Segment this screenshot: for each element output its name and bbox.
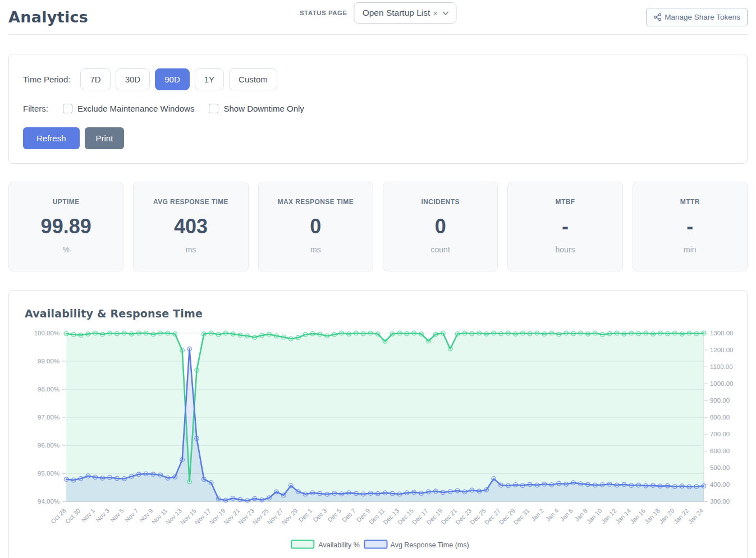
svg-text:94.00%: 94.00% [38, 498, 59, 505]
svg-text:1000.00: 1000.00 [710, 380, 734, 387]
period-button-30d[interactable]: 30D [116, 68, 150, 90]
period-button-custom[interactable]: Custom [229, 68, 277, 90]
svg-text:96.00%: 96.00% [38, 442, 59, 449]
stat-value: 403 [139, 215, 242, 238]
svg-text:Jan 20: Jan 20 [658, 507, 676, 525]
stat-card-avg-response: AVG RESPONSE TIME 403 ms [133, 182, 248, 271]
svg-text:Dec 5: Dec 5 [326, 507, 342, 523]
svg-text:1300.00: 1300.00 [710, 330, 734, 336]
svg-text:Jan 14: Jan 14 [614, 507, 632, 525]
stat-unit: ms [264, 245, 367, 254]
svg-text:Nov 1: Nov 1 [80, 507, 96, 523]
stat-unit: min [639, 245, 741, 254]
svg-text:100.00%: 100.00% [34, 330, 59, 336]
stat-value: - [639, 215, 741, 238]
svg-text:900.00: 900.00 [710, 397, 730, 404]
svg-text:Jan 6: Jan 6 [558, 507, 574, 523]
svg-text:700.00: 700.00 [710, 431, 730, 437]
svg-text:Availability %: Availability % [318, 541, 359, 549]
stat-label: MTBF [514, 198, 616, 206]
svg-text:Nov 7: Nov 7 [123, 507, 140, 523]
stat-unit: % [15, 245, 117, 254]
svg-text:Dec 1: Dec 1 [297, 507, 314, 523]
status-page-label: STATUS PAGE [300, 10, 347, 16]
period-button-1y[interactable]: 1Y [195, 68, 224, 90]
stat-card-mttr: MTTR - min [633, 182, 748, 271]
svg-text:300.00: 300.00 [710, 498, 730, 505]
svg-text:Avg Response Time (ms): Avg Response Time (ms) [391, 541, 469, 549]
svg-text:800.00: 800.00 [710, 414, 730, 421]
stat-label: UPTIME [15, 198, 117, 206]
action-row: Refresh Print [23, 127, 733, 149]
stat-value: 0 [389, 215, 492, 238]
time-period-label: Time Period: [23, 75, 70, 84]
svg-text:Oct 28: Oct 28 [49, 507, 67, 524]
svg-text:99.00%: 99.00% [38, 358, 59, 365]
svg-text:Nov 3: Nov 3 [94, 507, 111, 523]
svg-text:Jan 16: Jan 16 [629, 507, 647, 525]
svg-text:95.00%: 95.00% [38, 470, 59, 477]
stat-card-incidents: INCIDENTS 0 count [383, 182, 498, 271]
stat-label: INCIDENTS [389, 198, 492, 206]
availability-response-chart: 94.00%95.00%96.00%97.00%98.00%99.00%100.… [17, 325, 739, 555]
refresh-button[interactable]: Refresh [23, 127, 80, 149]
svg-text:98.00%: 98.00% [38, 386, 59, 393]
stat-unit: hours [514, 245, 616, 254]
svg-text:Jan 24: Jan 24 [686, 507, 704, 525]
stat-cards: UPTIME 99.89 % AVG RESPONSE TIME 403 ms … [8, 182, 748, 271]
stat-unit: count [389, 245, 492, 254]
svg-text:Nov 5: Nov 5 [109, 507, 125, 523]
chevron-down-icon [442, 10, 449, 17]
exclude-maintenance-checkbox[interactable] [63, 104, 72, 113]
chart-title: Availability & Response Time [25, 307, 739, 320]
page-title: Analytics [8, 8, 88, 26]
stat-label: MAX RESPONSE TIME [264, 198, 367, 206]
svg-text:Jan 22: Jan 22 [672, 507, 690, 525]
stat-card-mtbf: MTBF - hours [507, 182, 622, 271]
show-downtime-checkbox[interactable] [209, 104, 218, 113]
exclude-maintenance-checkbox-label[interactable]: Exclude Maintenance Windows [63, 104, 194, 113]
svg-text:1200.00: 1200.00 [710, 347, 734, 353]
stat-card-uptime: UPTIME 99.89 % [8, 182, 123, 271]
svg-text:1100.00: 1100.00 [710, 363, 733, 370]
manage-share-tokens-button[interactable]: Manage Share Tokens [646, 8, 748, 26]
print-button[interactable]: Print [85, 127, 125, 149]
svg-text:Dec 7: Dec 7 [341, 507, 357, 523]
filters-label: Filters: [23, 104, 48, 113]
status-page-select[interactable]: Open Startup List × [354, 2, 456, 24]
stat-label: MTTR [639, 198, 741, 206]
status-page-selected-value: Open Startup List [363, 8, 430, 18]
svg-text:Jan 2: Jan 2 [530, 507, 546, 523]
filters-row: Filters: Exclude Maintenance Windows Sho… [23, 104, 733, 113]
stat-value: 99.89 [15, 215, 117, 238]
show-downtime-checkbox-label[interactable]: Show Downtime Only [209, 104, 304, 113]
svg-text:600.00: 600.00 [710, 448, 730, 454]
svg-text:Jan 10: Jan 10 [585, 507, 603, 525]
svg-text:Jan 12: Jan 12 [600, 507, 618, 525]
chart-panel: Availability & Response Time 94.00%95.00… [8, 290, 748, 558]
svg-text:Oct 30: Oct 30 [64, 507, 81, 524]
svg-text:400.00: 400.00 [710, 481, 730, 488]
share-icon [653, 13, 662, 21]
clear-icon[interactable]: × [432, 9, 438, 17]
stat-label: AVG RESPONSE TIME [139, 198, 242, 206]
time-period-row: Time Period: 7D 30D 90D 1Y Custom [23, 68, 733, 90]
stat-value: 0 [264, 215, 367, 238]
stat-card-max-response: MAX RESPONSE TIME 0 ms [258, 182, 373, 271]
period-buttons: 7D 30D 90D 1Y Custom [80, 68, 277, 90]
svg-text:Jan 4: Jan 4 [544, 507, 560, 523]
period-button-90d[interactable]: 90D [155, 68, 190, 90]
svg-text:Dec 3: Dec 3 [311, 507, 328, 523]
svg-text:Dec 31: Dec 31 [512, 507, 530, 525]
stat-unit: ms [139, 245, 242, 254]
svg-text:97.00%: 97.00% [38, 414, 59, 421]
svg-text:Nov 29: Nov 29 [280, 507, 299, 525]
svg-text:500.00: 500.00 [710, 464, 730, 471]
period-button-7d[interactable]: 7D [80, 68, 110, 90]
header: Analytics STATUS PAGE Open Startup List … [8, 0, 748, 35]
manage-share-tokens-label: Manage Share Tokens [665, 13, 740, 21]
stat-value: - [514, 215, 616, 238]
svg-text:Jan 18: Jan 18 [643, 507, 661, 525]
status-page-group: STATUS PAGE Open Startup List × [300, 2, 456, 24]
analytics-page: Analytics STATUS PAGE Open Startup List … [0, 0, 756, 558]
